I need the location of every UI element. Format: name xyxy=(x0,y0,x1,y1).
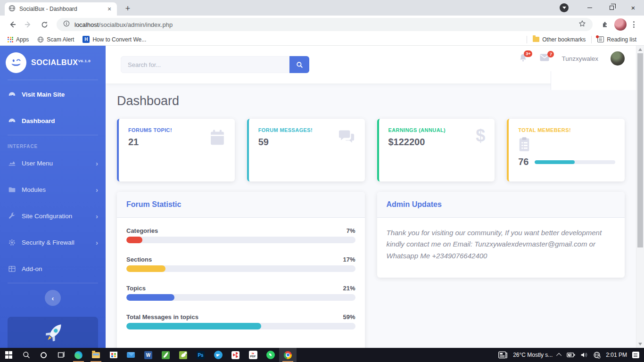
cortana-button[interactable] xyxy=(35,348,52,362)
topbar-username[interactable]: Tunzxywalex xyxy=(561,55,598,62)
reading-list-button[interactable]: Reading list xyxy=(594,35,639,44)
sidebar-item-dashboard[interactable]: Dashboard xyxy=(0,107,106,134)
address-bar[interactable]: localhost/socialbux/admin/index.php xyxy=(57,18,593,31)
tab-close-icon[interactable]: × xyxy=(106,5,113,13)
taskbar-edge[interactable] xyxy=(70,348,87,362)
other-bookmarks-button[interactable]: Other bookmarks xyxy=(530,35,588,44)
taskbar-file-explorer[interactable] xyxy=(87,348,105,362)
maximize-button[interactable] xyxy=(601,0,622,16)
browser-titlebar: SocialBux - Dashboard × + × xyxy=(0,0,644,16)
search-icon xyxy=(296,61,303,68)
divider xyxy=(8,283,98,283)
card-earnings-annual[interactable]: EARNINGS (ANNUAL) $122200 $ xyxy=(377,119,495,181)
browser-menu-icon[interactable] xyxy=(629,21,638,28)
chrome-icon xyxy=(284,351,292,359)
apps-shortcut[interactable]: Apps xyxy=(5,35,32,44)
stat-label: Sections xyxy=(126,256,152,263)
network-globe-icon[interactable] xyxy=(593,351,601,359)
taskbar-whatsapp[interactable] xyxy=(262,348,279,362)
messages-button[interactable]: 7 xyxy=(540,54,549,63)
file-explorer-icon xyxy=(92,352,100,358)
taskbar-store[interactable] xyxy=(105,348,122,362)
admin-updates-panel: Admin Updates Thank you for visiting our… xyxy=(377,192,625,278)
card-forums-topic[interactable]: FORUMS TOPIC! 21 xyxy=(117,119,235,181)
divider xyxy=(8,135,98,135)
back-button[interactable] xyxy=(6,18,19,31)
stat-sections: Sections 17% xyxy=(126,256,355,272)
progress-fill xyxy=(126,323,261,329)
stat-cards-row: FORUMS TOPIC! 21 FORUM MESSAGES! 59 xyxy=(117,119,625,181)
start-button[interactable] xyxy=(0,348,17,362)
taskbar-telegram[interactable] xyxy=(209,348,227,362)
page-info-icon[interactable] xyxy=(63,20,70,29)
sidebar-item-modules[interactable]: Modules › xyxy=(0,176,106,203)
taskbar-notepadpp-app[interactable] xyxy=(174,348,192,362)
scroll-up-icon[interactable] xyxy=(638,48,642,51)
photoshop-icon: Ps xyxy=(197,351,205,359)
speaker-icon[interactable] xyxy=(580,352,588,358)
sidebar-collapse-button[interactable]: ‹ xyxy=(45,290,61,306)
apps-label: Apps xyxy=(16,36,29,43)
weather-text[interactable]: 26°C Mostly s... xyxy=(513,352,553,358)
card-total-members[interactable]: TOTAL MEMEBERS! 76 xyxy=(507,119,625,181)
bookmark-how-to-convert[interactable]: H How to Convert We... xyxy=(80,35,149,44)
sidebar-item-visit-main-site[interactable]: Visit Main Site xyxy=(0,81,106,107)
taskbar-mail[interactable] xyxy=(122,348,140,362)
chrome-update-icon[interactable] xyxy=(560,3,569,12)
stat-label: Categories xyxy=(126,227,158,234)
taskbar-ilovepdf[interactable]: I♥PDF xyxy=(244,348,262,362)
browser-tab[interactable]: SocialBux - Dashboard × xyxy=(5,2,117,16)
reload-button[interactable] xyxy=(38,18,51,31)
new-tab-button[interactable]: + xyxy=(122,2,134,15)
battery-icon[interactable] xyxy=(567,352,575,358)
search-button[interactable] xyxy=(289,56,309,73)
close-window-button[interactable]: × xyxy=(622,0,644,16)
tray-expand-icon[interactable] xyxy=(556,353,561,358)
sidebar-item-add-on[interactable]: Add-on xyxy=(0,255,106,282)
folder-icon xyxy=(533,37,539,42)
progress-track xyxy=(126,323,355,329)
action-center-icon[interactable] xyxy=(632,352,639,358)
search-input[interactable] xyxy=(121,56,289,73)
taskbar-word[interactable]: W xyxy=(140,348,157,362)
alerts-bell-button[interactable]: 3+ xyxy=(519,53,528,64)
url-text: localhost/socialbux/admin/index.php xyxy=(74,21,173,28)
forum-statistic-panel: Forum Statistic Categories 7% xyxy=(117,192,365,348)
taskbar-photoshop[interactable]: Ps xyxy=(192,348,209,362)
url-path: /socialbux/admin/index.php xyxy=(99,21,173,28)
bookmark-scam-alert[interactable]: Scam Alert xyxy=(34,35,77,44)
news-weather-icon[interactable] xyxy=(498,351,508,359)
forward-button[interactable] xyxy=(22,18,35,31)
sidebar-item-site-configuration[interactable]: Site Configuration › xyxy=(0,203,106,229)
globe-icon xyxy=(37,36,44,43)
chevron-right-icon: › xyxy=(96,186,98,194)
gear-icon xyxy=(8,239,16,247)
taskbar-fan-app[interactable] xyxy=(227,348,244,362)
page-scrollbar[interactable] xyxy=(636,46,644,348)
scrollbar-thumb[interactable] xyxy=(637,53,643,247)
clock[interactable]: 2:01 PM xyxy=(606,352,627,358)
user-avatar[interactable] xyxy=(611,51,625,66)
sidebar-item-label: Dashboard xyxy=(22,117,55,124)
whatsapp-icon xyxy=(266,351,275,359)
minimize-button[interactable] xyxy=(579,0,601,16)
browser-profile-avatar[interactable] xyxy=(614,18,627,31)
topbar-dropdown-stub xyxy=(551,71,636,90)
folder-icon xyxy=(8,186,16,194)
card-forum-messages[interactable]: FORUM MESSAGES! 59 xyxy=(247,119,365,181)
card-value: 59 xyxy=(258,137,338,148)
sidebar-item-security-firewall[interactable]: Security & Firewall › xyxy=(0,229,106,255)
sidebar-item-label: Security & Firewall xyxy=(22,239,74,246)
sidebar-item-user-menu[interactable]: User Menu › xyxy=(0,150,106,176)
taskbar-notepad-app[interactable] xyxy=(157,348,174,362)
progress-track xyxy=(126,294,355,301)
task-view-button[interactable] xyxy=(52,348,70,362)
bookmark-star-icon[interactable] xyxy=(578,20,586,29)
scroll-down-icon[interactable] xyxy=(638,343,642,346)
dollar-sign-icon: $ xyxy=(476,127,485,144)
brand[interactable]: SOCIALBUXV6.1.0 xyxy=(0,46,106,79)
taskbar-chrome[interactable] xyxy=(279,348,297,362)
card-value: 21 xyxy=(128,137,209,148)
extensions-puzzle-icon[interactable] xyxy=(598,18,611,31)
taskbar-search-button[interactable] xyxy=(17,348,35,362)
